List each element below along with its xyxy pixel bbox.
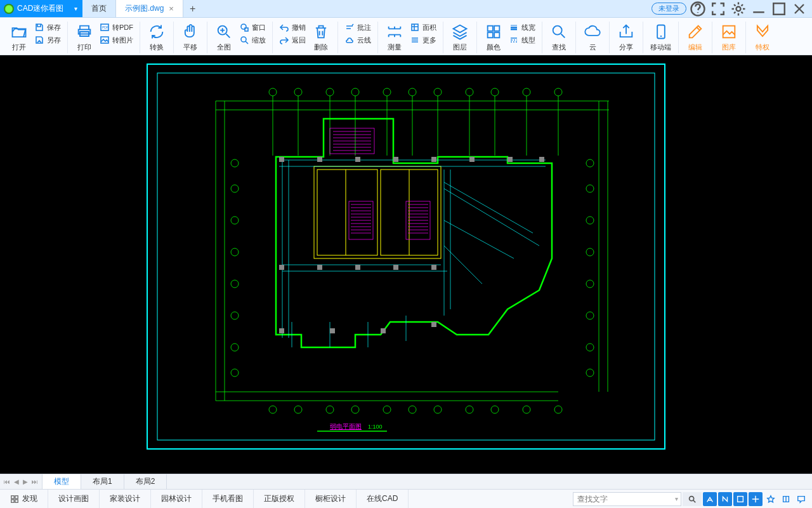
linetype-button[interactable]: 线型 [506, 34, 538, 46]
svg-point-54 [383, 406, 391, 413]
layout-nav: ⏮ ◀ ▶ ⏭ [0, 474, 43, 489]
svg-rect-11 [488, 26, 493, 31]
maximize-button[interactable] [770, 3, 788, 15]
saveas-button[interactable]: 另存 [32, 34, 63, 46]
zoom-full-button[interactable]: 全图 [211, 22, 237, 53]
svg-rect-91 [508, 157, 513, 162]
svg-point-15 [553, 26, 562, 35]
app-title: CAD迷你看图 [17, 3, 63, 14]
library-button[interactable]: 图库 [716, 22, 742, 53]
print-button[interactable]: 打印 [72, 22, 97, 53]
svg-rect-12 [494, 26, 499, 31]
svg-rect-17 [723, 26, 735, 38]
status-home-design[interactable]: 家装设计 [100, 490, 151, 508]
find-button[interactable]: 查找 [546, 22, 572, 53]
fullscreen-icon[interactable] [709, 3, 727, 15]
privilege-button[interactable]: 特权 [750, 22, 775, 53]
svg-rect-106 [15, 495, 18, 498]
svg-point-35 [466, 88, 473, 96]
status-license[interactable]: 正版授权 [254, 490, 305, 508]
edit-button[interactable]: 编辑 [683, 22, 708, 53]
crosshair-toggle[interactable] [749, 492, 763, 506]
close-button[interactable] [790, 3, 808, 15]
ortho-toggle[interactable] [733, 492, 747, 506]
svg-point-1 [737, 6, 741, 11]
to-image-button[interactable]: 转图片 [97, 34, 136, 46]
zoom-button[interactable]: 缩放 [237, 34, 268, 46]
snap-toggle[interactable] [703, 492, 717, 506]
drawing-canvas[interactable]: 弱电平面图 1:100 [0, 55, 812, 474]
star-toggle[interactable] [764, 492, 778, 506]
nav-prev-icon[interactable]: ◀ [14, 478, 19, 485]
area-button[interactable]: 面积 [407, 22, 439, 33]
tab-home[interactable]: 首页 [82, 0, 116, 17]
save-button[interactable]: 保存 [32, 22, 63, 33]
measure-button[interactable]: 测量 [382, 22, 407, 53]
status-online-cad[interactable]: 在线CAD [357, 490, 409, 508]
layout-tab-2[interactable]: 布局2 [124, 474, 167, 489]
zoom-window-button[interactable]: 窗口 [237, 22, 268, 33]
svg-rect-95 [355, 265, 360, 270]
svg-point-75 [586, 344, 594, 351]
cad-drawing: 弱电平面图 1:100 [0, 55, 812, 459]
minimize-button[interactable] [750, 3, 768, 15]
svg-rect-13 [488, 32, 493, 37]
status-design[interactable]: 设计画图 [48, 490, 100, 508]
color-button[interactable]: 颜色 [481, 22, 506, 53]
close-tab-icon[interactable]: × [169, 4, 174, 13]
layer-button[interactable]: 图层 [447, 22, 473, 53]
book-toggle[interactable] [779, 492, 793, 506]
linewidth-button[interactable]: 线宽 [506, 22, 538, 33]
new-tab-button[interactable]: + [183, 0, 202, 17]
share-button[interactable]: 分享 [613, 22, 639, 53]
open-button[interactable]: 打开 [6, 22, 32, 53]
nav-next-icon[interactable]: ▶ [23, 478, 28, 485]
search-input[interactable] [573, 493, 675, 505]
search-button[interactable] [683, 492, 702, 506]
svg-rect-90 [469, 157, 475, 162]
north-toggle[interactable] [718, 492, 732, 506]
svg-rect-96 [393, 265, 398, 270]
help-icon[interactable] [689, 3, 707, 15]
undo-button[interactable]: 撤销 [277, 22, 308, 33]
status-cabinet[interactable]: 橱柜设计 [305, 490, 357, 508]
svg-point-69 [586, 159, 594, 167]
svg-rect-89 [431, 157, 436, 162]
message-toggle[interactable] [794, 492, 808, 506]
svg-text:PDF: PDF [102, 25, 108, 29]
svg-rect-105 [11, 495, 14, 498]
pan-button[interactable]: 平移 [178, 22, 203, 53]
svg-point-67 [231, 344, 239, 351]
svg-text:1:100: 1:100 [368, 424, 383, 430]
chevron-down-icon[interactable]: ▾ [675, 495, 681, 502]
svg-point-72 [586, 248, 594, 256]
mobile-button[interactable]: 移动端 [647, 22, 674, 53]
tab-file[interactable]: 示例图.dwg × [116, 0, 183, 17]
svg-point-9 [241, 37, 246, 42]
convert-button[interactable]: 转换 [144, 22, 169, 53]
to-pdf-button[interactable]: PDF转PDF [97, 22, 136, 33]
nav-last-icon[interactable]: ⏭ [32, 478, 38, 485]
cloudline-button[interactable]: 云线 [342, 34, 374, 46]
layout-tab-1[interactable]: 布局1 [81, 474, 124, 489]
app-menu[interactable]: CAD迷你看图 ▾ [0, 0, 82, 17]
login-button[interactable]: 未登录 [652, 3, 686, 15]
svg-rect-99 [330, 328, 335, 333]
layout-tab-model[interactable]: 模型 [43, 474, 81, 489]
status-mobile-view[interactable]: 手机看图 [202, 490, 254, 508]
back-button[interactable]: 返回 [277, 34, 308, 46]
svg-rect-78 [317, 170, 377, 255]
svg-point-36 [491, 88, 499, 96]
status-garden[interactable]: 园林设计 [151, 490, 202, 508]
cloud-button[interactable]: 云 [580, 22, 605, 53]
svg-rect-8 [245, 28, 248, 31]
status-discover[interactable]: 发现 [0, 490, 48, 508]
more-button[interactable]: 更多 [407, 34, 439, 46]
annotate-button[interactable]: 批注 [342, 22, 374, 33]
nav-first-icon[interactable]: ⏮ [4, 478, 10, 485]
delete-button[interactable]: 删除 [308, 22, 334, 53]
toolbar-ribbon: 打开 保存 另存 打印 PDF转PDF 转图片 转换 平移 全图 窗口 缩放 撤… [0, 18, 812, 55]
svg-point-74 [586, 312, 594, 319]
settings-icon[interactable] [730, 3, 747, 15]
svg-point-76 [586, 369, 594, 377]
